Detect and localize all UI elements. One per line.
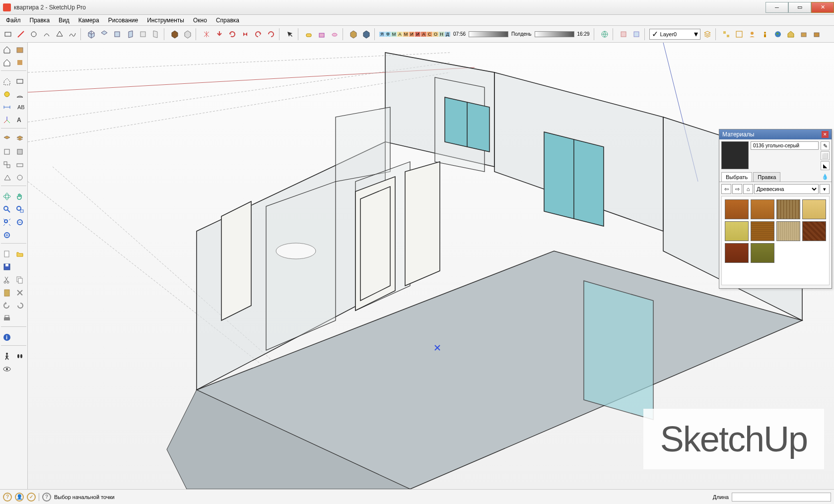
- materials-titlebar[interactable]: Материалы ✕: [719, 129, 832, 139]
- status-icon-2[interactable]: 👤: [15, 493, 24, 502]
- material-swatch[interactable]: [751, 199, 774, 219]
- axes-icon[interactable]: [1, 114, 13, 126]
- menu-camera[interactable]: Камера: [74, 16, 103, 25]
- box-tool-icon[interactable]: [14, 44, 26, 56]
- monochrome-icon[interactable]: [182, 28, 194, 40]
- status-icon-3[interactable]: ✓: [27, 493, 36, 502]
- polygon-tool-icon[interactable]: [54, 28, 66, 40]
- menu-file[interactable]: Файл: [2, 16, 25, 25]
- nav-menu-icon[interactable]: ▾: [820, 184, 830, 194]
- nav-home-icon[interactable]: ⌂: [743, 184, 753, 194]
- layers-icon[interactable]: [14, 133, 26, 145]
- prev-view-icon[interactable]: [14, 216, 26, 228]
- dropdown-icon[interactable]: ▾: [694, 29, 698, 39]
- material-swatch[interactable]: [802, 221, 826, 241]
- top-view-icon[interactable]: [98, 28, 110, 40]
- nav-fwd-icon[interactable]: ⇨: [732, 184, 742, 194]
- tape-icon[interactable]: [1, 88, 13, 100]
- dimension-icon[interactable]: [1, 101, 13, 113]
- front-view-icon[interactable]: [111, 28, 123, 40]
- house-icon[interactable]: [1, 44, 13, 56]
- pushpull-icon[interactable]: [316, 28, 328, 40]
- material-swatch[interactable]: [725, 221, 749, 241]
- redo-icon[interactable]: [265, 28, 277, 40]
- cube-tex-icon[interactable]: [348, 28, 359, 40]
- pan-icon[interactable]: [14, 190, 26, 202]
- earth-icon[interactable]: [772, 28, 784, 40]
- right-view-icon[interactable]: [124, 28, 136, 40]
- warehouse-icon[interactable]: [785, 28, 797, 40]
- walk-icon[interactable]: [1, 350, 13, 362]
- back-view-icon[interactable]: [137, 28, 149, 40]
- house3-icon[interactable]: [1, 75, 13, 87]
- tab-edit[interactable]: Правка: [753, 172, 780, 182]
- circle-tool-icon[interactable]: [28, 28, 40, 40]
- current-material-swatch[interactable]: [721, 141, 749, 169]
- maximize-button[interactable]: ▭: [788, 2, 811, 13]
- orbit-icon[interactable]: [1, 190, 13, 202]
- delete-icon[interactable]: [14, 287, 26, 299]
- iso5-icon[interactable]: [1, 172, 13, 184]
- material-swatch[interactable]: [751, 221, 774, 241]
- iso2-icon[interactable]: [14, 146, 26, 158]
- iso4-icon[interactable]: [14, 159, 26, 171]
- tab-select[interactable]: Выбрать: [721, 172, 752, 182]
- iso-view-icon[interactable]: [85, 28, 97, 40]
- zoom3-icon[interactable]: [1, 229, 13, 241]
- material-swatch[interactable]: [776, 221, 800, 241]
- menu-window[interactable]: Окно: [189, 16, 211, 25]
- menu-view[interactable]: Вид: [55, 16, 73, 25]
- explode-icon[interactable]: [201, 28, 212, 40]
- copy-icon[interactable]: [14, 274, 26, 286]
- eraser2-icon[interactable]: [329, 28, 341, 40]
- menu-edit[interactable]: Правка: [26, 16, 54, 25]
- texture-icon[interactable]: [169, 28, 181, 40]
- house2-icon[interactable]: [1, 57, 13, 68]
- text-icon[interactable]: AB: [14, 101, 26, 113]
- material-swatch[interactable]: [802, 199, 826, 219]
- iso1-icon[interactable]: [1, 146, 13, 158]
- material-swatch[interactable]: [725, 243, 749, 263]
- nav-back-icon[interactable]: ⇦: [721, 184, 731, 194]
- new-icon[interactable]: [1, 248, 13, 260]
- menu-tools[interactable]: Инструменты: [143, 16, 188, 25]
- iso3-icon[interactable]: [1, 159, 13, 171]
- flip-icon[interactable]: [239, 28, 251, 40]
- default-material-icon[interactable]: ⬜: [821, 151, 830, 160]
- line-tool-icon[interactable]: [15, 28, 27, 40]
- zoom-icon[interactable]: [1, 203, 13, 215]
- left-view-icon[interactable]: [150, 28, 162, 40]
- iso6-icon[interactable]: [14, 172, 26, 184]
- rectangle-tool-icon[interactable]: [2, 28, 14, 40]
- materials-panel[interactable]: Материалы ✕ ✎ ⬜ ◣ Выбрать Правка 💧 ⇦ ⇨ ⌂…: [719, 129, 832, 289]
- layer-selector[interactable]: ✓ ▾: [649, 29, 700, 40]
- time-gradient[interactable]: [469, 31, 508, 37]
- import-icon[interactable]: [213, 28, 225, 40]
- section2-icon[interactable]: [630, 28, 642, 40]
- zoom-extents-icon[interactable]: [1, 216, 13, 228]
- box2-icon[interactable]: [811, 28, 823, 40]
- cube-blue-icon[interactable]: [360, 28, 372, 40]
- 3dtext-icon[interactable]: A: [14, 114, 26, 126]
- cut-icon[interactable]: [1, 274, 13, 286]
- menu-help[interactable]: Справка: [212, 16, 243, 25]
- paste-icon[interactable]: [1, 287, 13, 299]
- eyedropper-icon[interactable]: 💧: [821, 173, 830, 182]
- redo2-icon[interactable]: [14, 300, 26, 312]
- menu-draw[interactable]: Рисование: [104, 16, 142, 25]
- layer-manager-icon[interactable]: [701, 28, 713, 40]
- layer-icon[interactable]: [1, 133, 13, 145]
- material-category-select[interactable]: Древесина: [754, 184, 819, 194]
- protractor-icon[interactable]: [14, 88, 26, 100]
- freehand-tool-icon[interactable]: [67, 28, 78, 40]
- material-swatch[interactable]: [776, 199, 800, 219]
- material-swatch[interactable]: [751, 243, 774, 263]
- material-name-input[interactable]: [751, 141, 819, 150]
- person-icon[interactable]: [759, 28, 771, 40]
- close-button[interactable]: ✕: [811, 2, 834, 13]
- refresh-icon[interactable]: [226, 28, 238, 40]
- month-strip[interactable]: Я Ф М А М И И А С О Н Д: [379, 32, 450, 37]
- minimize-button[interactable]: ─: [765, 2, 788, 13]
- undo-icon[interactable]: [252, 28, 264, 40]
- rect2-icon[interactable]: [14, 75, 26, 87]
